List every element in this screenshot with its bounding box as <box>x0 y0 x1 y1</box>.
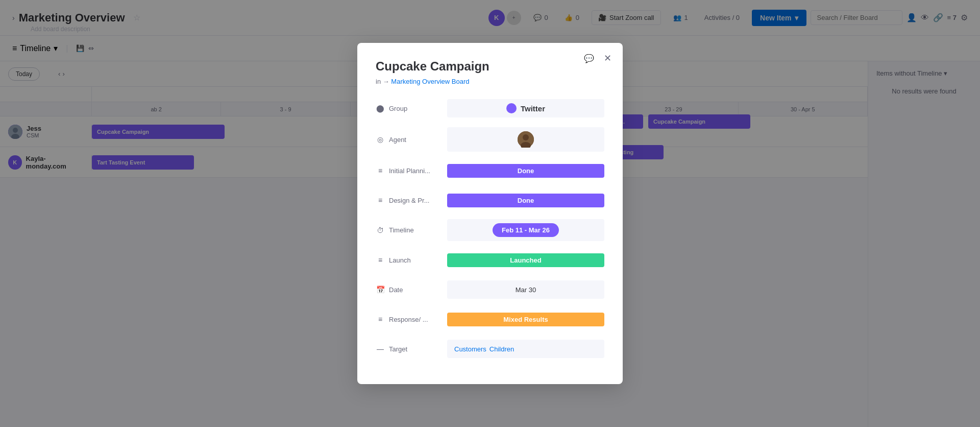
field-value-design[interactable]: Done <box>447 191 604 209</box>
field-label-target: — Target <box>376 344 447 353</box>
modal-title: Cupcake Campaign <box>376 59 604 74</box>
field-label-design: ≡ Design & Pr... <box>376 196 447 205</box>
field-value-group[interactable]: Twitter <box>447 99 604 117</box>
design-icon: ≡ <box>376 196 385 205</box>
field-row-agent: ◎ Agent <box>376 127 604 152</box>
field-value-target[interactable]: Customers Children <box>447 340 604 358</box>
launch-icon: ≡ <box>376 255 385 265</box>
modal-overlay[interactable]: 💬 ✕ Cupcake Campaign in → Marketing Over… <box>0 0 980 427</box>
timeline-field-icon: ⏱ <box>376 226 385 235</box>
tag-customers[interactable]: Customers <box>454 345 486 353</box>
field-value-timeline[interactable]: Feb 11 - Mar 26 <box>447 219 604 241</box>
twitter-badge: Twitter <box>506 103 545 113</box>
modal-dialog: 💬 ✕ Cupcake Campaign in → Marketing Over… <box>357 43 623 384</box>
group-icon: ⬤ <box>376 104 385 113</box>
twitter-label: Twitter <box>521 104 545 113</box>
field-value-launch[interactable]: Launched <box>447 251 604 269</box>
initial-icon: ≡ <box>376 166 385 175</box>
field-label-launch: ≡ Launch <box>376 255 447 265</box>
field-label-timeline: ⏱ Timeline <box>376 226 447 235</box>
response-icon: ≡ <box>376 315 385 324</box>
modal-close-button[interactable]: ✕ <box>600 51 615 65</box>
field-label-agent: ◎ Agent <box>376 135 447 144</box>
date-icon: 📅 <box>376 285 385 294</box>
modal-board-link[interactable]: Marketing Overview Board <box>391 78 469 85</box>
field-label-group: ⬤ Group <box>376 104 447 113</box>
field-row-group: ⬤ Group Twitter <box>376 98 604 119</box>
field-row-response: ≡ Response/ ... Mixed Results <box>376 309 604 330</box>
field-label-response: ≡ Response/ ... <box>376 315 447 324</box>
modal-subtitle: in → Marketing Overview Board <box>376 78 604 85</box>
field-value-response[interactable]: Mixed Results <box>447 310 604 328</box>
agent-avatar-svg <box>518 131 534 148</box>
field-value-agent[interactable] <box>447 127 604 152</box>
modal-comment-icon[interactable]: 💬 <box>582 51 596 65</box>
svg-point-4 <box>523 134 529 140</box>
design-status: Done <box>447 194 604 207</box>
field-label-initial: ≡ Initial Planni... <box>376 166 447 175</box>
field-row-launch: ≡ Launch Launched <box>376 249 604 271</box>
field-value-date[interactable]: Mar 30 <box>447 280 604 299</box>
field-row-target: — Target Customers Children <box>376 338 604 360</box>
twitter-color-dot <box>506 103 517 113</box>
agent-icon: ◎ <box>376 135 385 144</box>
tag-children[interactable]: Children <box>489 345 514 353</box>
agent-avatar <box>518 131 534 148</box>
date-value: Mar 30 <box>516 286 536 294</box>
field-row-timeline: ⏱ Timeline Feb 11 - Mar 26 <box>376 219 604 241</box>
target-icon: — <box>376 344 385 353</box>
field-row-design: ≡ Design & Pr... Done <box>376 189 604 211</box>
timeline-range: Feb 11 - Mar 26 <box>493 223 559 237</box>
initial-status: Done <box>447 164 604 178</box>
field-label-date: 📅 Date <box>376 285 447 294</box>
target-tags: Customers Children <box>454 345 514 353</box>
response-status: Mixed Results <box>447 313 604 326</box>
launch-status: Launched <box>447 253 604 267</box>
field-row-initial: ≡ Initial Planni... Done <box>376 160 604 181</box>
field-value-initial[interactable]: Done <box>447 161 604 180</box>
field-row-date: 📅 Date Mar 30 <box>376 279 604 300</box>
